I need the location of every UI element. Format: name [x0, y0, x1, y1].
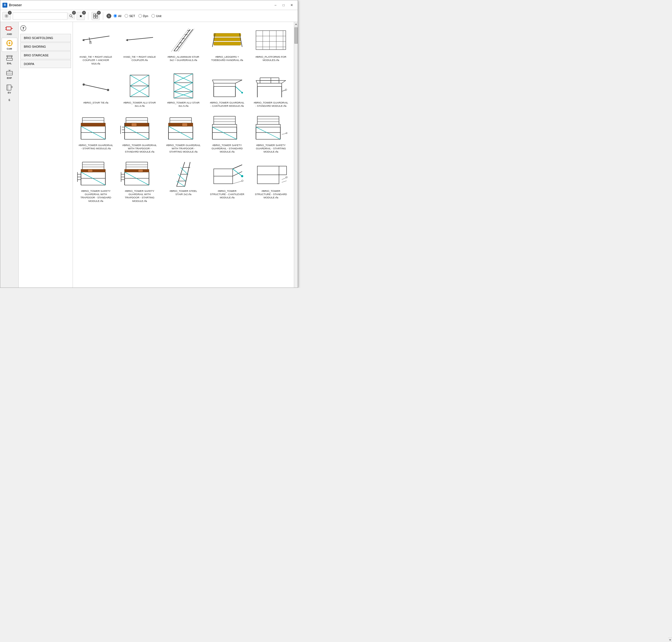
svg-point-12 [9, 42, 10, 44]
window-title: Browser [9, 3, 22, 7]
grid-item-11[interactable]: #BRIO_TOWER GUARDRAIL - STARTING MODULE.… [75, 113, 117, 156]
svg-line-78 [212, 80, 214, 83]
grid-item-19[interactable]: #BRIO_TOWER STRUCTURE - CANTILEVER MODUL… [207, 158, 248, 205]
svg-rect-159 [81, 169, 105, 172]
svg-rect-177 [138, 169, 143, 172]
sidebar-item-ehl[interactable]: EHL [2, 52, 17, 66]
svg-rect-99 [81, 123, 105, 126]
svg-rect-45 [214, 33, 241, 37]
svg-rect-46 [214, 38, 241, 41]
badge-4: 4 [97, 11, 101, 15]
grid-item-4[interactable]: #BRIO_LEDGERS + TOEBOARD HANDRAIL.rfa [207, 24, 248, 68]
grid-item-13[interactable]: #BRIO_TOWER GUARDRAIL WITH TRAPDOOR - ST… [162, 113, 204, 156]
grid-item-1[interactable]: #AND_TIE + RIGHT ANGLE COUPLER + ANCHOR … [75, 24, 117, 68]
grid-item-label-5: #BRIO_PLATFORMS FOR MODULES.rfa [253, 55, 289, 62]
grid-item-10[interactable]: #BRIO_TOWER GUARDRAIL - STANDARD MODULE.… [250, 70, 292, 110]
grid-item-14[interactable]: #BRIO_TOWER SAFETY GUARDRAIL - STANDARD … [207, 113, 248, 156]
grid-item-20[interactable]: #BRIO_TOWER STRUCTURE - STANDARD MODULE.… [250, 158, 292, 205]
grid-item-6[interactable]: #BRIO_STAIR TIE.rfa [75, 70, 117, 110]
search-input[interactable] [13, 14, 67, 18]
nav-item-dorpa[interactable]: DORPA [20, 60, 71, 68]
svg-line-157 [282, 133, 287, 134]
grid-item-9[interactable]: #BRIO_TOWER GUARDRAIL - CANTILEVER MODUL… [207, 70, 248, 110]
grid-item-12[interactable]: #BRIO_TOWER GUARDRAIL WITH TRAPDOOR - ST… [119, 113, 161, 156]
svg-line-200 [178, 174, 186, 181]
content-area: AND CoM [0, 22, 298, 287]
com-icon [6, 39, 13, 47]
svg-line-2 [71, 16, 73, 17]
svg-rect-6 [96, 16, 98, 18]
sidebar-label-com: CoM [7, 48, 12, 50]
svg-rect-68 [174, 74, 193, 98]
sidebar-item-ev[interactable]: EV [2, 81, 17, 96]
grid-item-image-16 [80, 161, 112, 188]
grid-item-label-1: #AND_TIE + RIGHT ANGLE COUPLER + ANCHOR … [78, 55, 114, 65]
grid-item-5[interactable]: #BRIO_PLATFORMS FOR MODULES.rfa [250, 24, 292, 68]
grid-item-image-10 [254, 72, 287, 100]
main-content: #AND_TIE + RIGHT ANGLE COUPLER + ANCHOR … [73, 22, 294, 287]
grid-item-label-9: #BRIO_TOWER GUARDRAIL - CANTILEVER MODUL… [210, 101, 245, 108]
minimize-button[interactable]: – [272, 2, 279, 8]
grid-item-2[interactable]: #AND_TIE + RIGHT ANGLE COUPLER.rfa [119, 24, 161, 68]
svg-point-59 [83, 84, 85, 86]
scrollbar-track [294, 22, 298, 287]
badge-6-display: 6 [9, 98, 10, 102]
svg-rect-5 [93, 16, 95, 18]
grid-item-image-8 [167, 72, 200, 100]
grid-item-image-1 [80, 27, 112, 54]
grid-item-label-15: #BRIO_TOWER SAFETY GUARDRAIL - STARTING … [253, 144, 289, 154]
svg-point-0 [6, 15, 7, 16]
maximize-button[interactable]: □ [280, 2, 287, 8]
grid-item-image-19 [211, 161, 243, 188]
svg-line-36 [176, 29, 193, 51]
window-controls: – □ ✕ [272, 2, 295, 8]
svg-line-104 [81, 126, 105, 139]
scroll-up-button[interactable] [294, 22, 298, 26]
nav-item-brio-shoring[interactable]: BRIO SHORING [20, 42, 71, 51]
grid-item-3[interactable]: #BRIO_ALUMINIUM STAIR 3x2 + GUARDRAILS.r… [162, 24, 204, 68]
items-grid: #AND_TIE + RIGHT ANGLE COUPLER + ANCHOR … [75, 24, 292, 205]
scrollbar-thumb[interactable] [294, 27, 298, 43]
grid-item-image-12 [123, 115, 156, 142]
svg-line-88 [282, 80, 286, 83]
svg-rect-125 [182, 123, 187, 126]
radio-set[interactable]: SET [124, 14, 135, 17]
grid-item-15[interactable]: #BRIO_TOWER SAFETY GUARDRAIL - STARTING … [250, 113, 292, 156]
close-button[interactable]: ✕ [288, 2, 295, 8]
radio-dyn[interactable]: Dyn [139, 14, 148, 17]
gear-icon [4, 14, 9, 18]
nav-item-brio-staircase[interactable]: BRIO STAIRCASE [20, 51, 71, 59]
ev-icon [6, 83, 13, 91]
sidebar-label-ev: EV [8, 91, 11, 94]
sidebar-item-and[interactable]: AND [2, 23, 17, 37]
svg-line-187 [124, 172, 149, 185]
svg-line-97 [282, 90, 286, 91]
grid-item-8[interactable]: #BRIO_TOWER ALU STAIR 3x1.5.rfa [162, 70, 204, 110]
svg-point-82 [241, 92, 243, 93]
svg-rect-47 [214, 42, 241, 45]
grid-item-image-6 [80, 72, 112, 100]
svg-line-170 [81, 172, 105, 185]
grid-view-icon [93, 14, 98, 18]
sidebar-label-ehp: EHP [7, 77, 12, 79]
sidebar-item-com[interactable]: CoM [2, 38, 17, 52]
toolbar-divider-1 [88, 12, 88, 20]
nav-item-brio-scaffolding[interactable]: BRIO SCAFFOLDING [20, 34, 71, 42]
radio-all[interactable]: All [114, 14, 121, 17]
grid-item-17[interactable]: #BRIO_TOWER SAFETY GUARDRAIL WITH TRAPDO… [119, 158, 161, 205]
svg-rect-86 [257, 83, 282, 87]
grid-item-7[interactable]: #BRIO_TOWER ALU STAIR 3x1.4.rfa [119, 70, 161, 110]
radio-unit[interactable]: Unit [151, 14, 161, 17]
grid-item-label-6: #BRIO_STAIR TIE.rfa [83, 101, 108, 104]
grid-item-18[interactable]: #BRIO_TOWER STEEL STAIR 2x2.rfa [162, 158, 204, 205]
grid-item-label-2: #AND_TIE + RIGHT ANGLE COUPLER.rfa [122, 55, 157, 62]
radio-group: All SET Dyn Unit [114, 14, 161, 17]
app-icon: R [2, 3, 7, 8]
svg-marker-218 [295, 23, 297, 25]
grid-item-16[interactable]: #BRIO_TOWER SAFETY GUARDRAIL WITH TRAPDO… [75, 158, 117, 205]
svg-rect-146 [256, 124, 280, 127]
svg-line-29 [82, 36, 109, 40]
sidebar-item-ehp[interactable]: EHP [2, 67, 17, 81]
search-icon [69, 14, 73, 18]
grid-item-image-17 [123, 161, 156, 188]
